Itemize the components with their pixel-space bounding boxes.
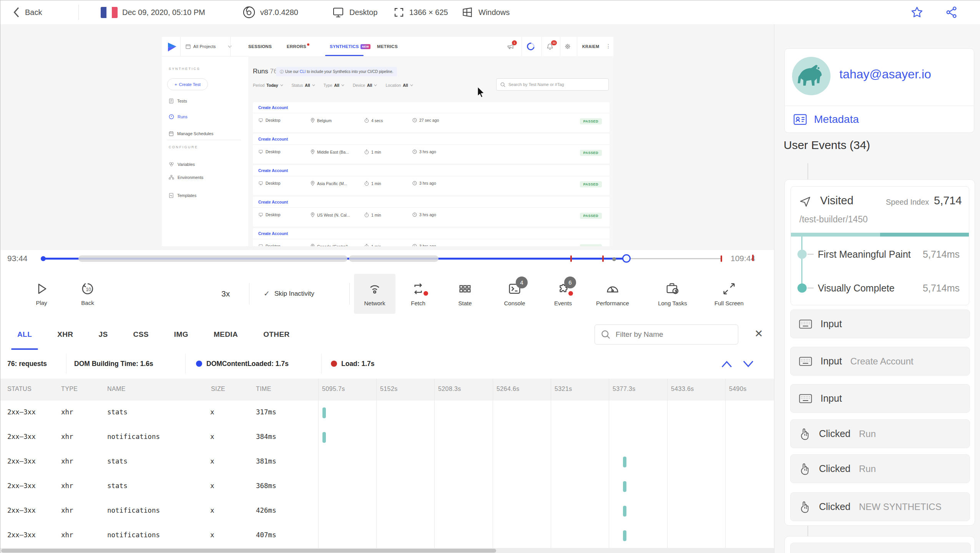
cli-link: CLI <box>300 70 306 74</box>
filter-status: StatusAll <box>292 83 315 88</box>
event-item-clicked[interactable]: ClickedRun <box>790 419 970 448</box>
create-test-button: +Create Test <box>167 78 208 90</box>
status-badge: PASSED <box>580 213 602 219</box>
events-panel-button[interactable]: 6 Events <box>546 274 580 314</box>
network-row[interactable]: 2xx–3xxxhr statsx 381ms <box>0 450 774 474</box>
environments-icon <box>169 175 174 180</box>
network-row[interactable]: 2xx–3xxxhr statsx 317ms <box>0 401 774 425</box>
network-row[interactable]: 2xx–3xxxhr notificationsx 426ms <box>0 499 774 523</box>
network-row[interactable]: 2xx–3xxxhr notificationsx 384ms <box>0 425 774 450</box>
runs-title: Runs 76 <box>253 68 277 75</box>
visited-event-card[interactable]: Visited Speed Index 5,714 /test-builder/… <box>791 186 969 305</box>
scrollbar-thumb[interactable] <box>1 549 496 553</box>
horizontal-scrollbar[interactable] <box>0 548 774 553</box>
network-row[interactable]: 2xx–3xxxhr notificationsx 407ms <box>0 523 774 548</box>
network-icon <box>367 281 382 296</box>
clock-icon <box>412 181 417 185</box>
close-panel-button[interactable]: ✕ <box>754 328 763 340</box>
network-panel-button[interactable]: Network <box>354 274 395 314</box>
speed-toggle[interactable]: 3x <box>221 289 230 298</box>
pointer-hand-icon <box>799 428 811 440</box>
new-badge: NEW <box>360 44 370 49</box>
state-panel-button[interactable]: State <box>449 274 481 314</box>
pointer-hand-icon <box>799 501 811 513</box>
timeline-remaining-track[interactable] <box>627 258 722 259</box>
run-name-link: Create Account <box>258 231 288 236</box>
favorite-button[interactable] <box>910 0 924 24</box>
visual-progress-complete <box>880 233 969 237</box>
clock-icon <box>412 118 417 123</box>
time-col: 5208.3s <box>438 386 461 392</box>
error-marker[interactable] <box>602 255 604 262</box>
share-button[interactable] <box>945 0 958 24</box>
session-topbar: Back Dec 09, 2020, 05:10 PM v87.0.4280 D… <box>0 0 980 25</box>
event-item-input[interactable]: Input <box>790 310 970 338</box>
console-panel-button[interactable]: 4 Console <box>496 274 533 314</box>
play-button[interactable]: Play <box>29 274 54 314</box>
error-marker[interactable] <box>570 255 572 262</box>
back-10s-button[interactable]: 10 Back <box>75 274 100 314</box>
network-row[interactable]: 2xx–3xxxhr statsx 368ms <box>0 474 774 499</box>
event-item-input[interactable]: Input <box>790 384 970 413</box>
tab-css[interactable]: CSS <box>126 319 156 350</box>
back-10-icon: 10 <box>80 281 95 296</box>
playhead-handle[interactable] <box>622 254 631 263</box>
visual-progress-bar <box>791 233 969 237</box>
request-waterfall-bar <box>322 407 326 418</box>
jump-next-button[interactable] <box>741 359 755 369</box>
error-marker[interactable] <box>752 255 754 261</box>
tab-errors: ERRORS <box>287 37 309 56</box>
jump-prev-button[interactable] <box>720 359 734 369</box>
keyboard-icon <box>799 319 812 329</box>
user-menu: KRAIEM <box>582 44 599 49</box>
vc-value: 5,714ms <box>923 283 960 294</box>
keyboard-icon <box>799 394 812 404</box>
network-filter-input[interactable] <box>615 330 728 339</box>
run-group: Create Account Desktop Middle East (Ba..… <box>253 134 610 164</box>
event-item-clicked[interactable]: ClickedNEW SYNTHETICS <box>790 492 970 521</box>
fetch-panel-button[interactable]: Fetch <box>401 274 435 314</box>
request-waterfall-bar <box>623 530 626 541</box>
network-tabs: ALL XHR JS CSS IMG MEDIA OTHER <box>10 319 297 350</box>
tab-media[interactable]: MEDIA <box>206 319 246 350</box>
info-icon: ⓘ <box>280 69 284 75</box>
performance-panel-button[interactable]: Performance <box>587 274 638 314</box>
load-time: Load: 1.7s <box>331 350 375 377</box>
error-marker[interactable] <box>721 255 722 262</box>
country-flag-icon-fr <box>101 7 118 18</box>
fmp-label: First Meaningful Paint <box>818 249 911 260</box>
back-button[interactable]: Back <box>12 0 42 24</box>
nav-section-synthetics: SYNTHETICS <box>169 67 200 71</box>
time-col: 5433.6s <box>671 386 694 392</box>
stopwatch-icon <box>364 118 369 123</box>
time-col: 5490s <box>729 386 747 392</box>
full-screen-button[interactable]: Full Screen <box>704 274 754 314</box>
long-tasks-panel-button[interactable]: Long Tasks <box>649 274 696 314</box>
time-col: 5095.7s <box>322 386 345 392</box>
tab-xhr[interactable]: XHR <box>50 319 81 350</box>
calendar-icon <box>169 131 174 136</box>
metadata-button[interactable]: Metadata <box>793 113 859 126</box>
next-events-group-card <box>784 536 975 553</box>
user-email-link[interactable]: tahay@asayer.io <box>839 67 931 81</box>
screen-size-icon <box>393 7 405 18</box>
tab-js[interactable]: JS <box>91 319 115 350</box>
event-item-clicked[interactable]: ClickedRun <box>790 454 970 483</box>
vc-dot <box>797 283 807 293</box>
templates-icon <box>169 193 174 198</box>
session-sidebar: tahay@asayer.io Metadata User Events (34… <box>774 24 980 553</box>
event-marker-dot[interactable] <box>612 257 616 261</box>
loading-spinner-icon <box>525 41 536 52</box>
tab-img[interactable]: IMG <box>166 319 196 350</box>
skip-inactivity-toggle[interactable]: ✓ Skip Inactivity <box>264 289 314 298</box>
run-name-link: Create Account <box>258 137 288 141</box>
event-item-input[interactable]: InputCreate Account <box>790 347 970 376</box>
replayed-screen: All Projects SESSIONS ERRORS SYNTHETICS … <box>162 37 613 246</box>
load-dot <box>331 361 337 367</box>
test-search-box: Search by Test Name or #Tag <box>496 78 609 91</box>
star-icon <box>910 6 924 19</box>
tab-all[interactable]: ALL <box>10 319 40 350</box>
tab-other[interactable]: OTHER <box>256 319 297 350</box>
chevron-left-icon <box>12 7 20 18</box>
svg-text:10: 10 <box>86 287 91 292</box>
